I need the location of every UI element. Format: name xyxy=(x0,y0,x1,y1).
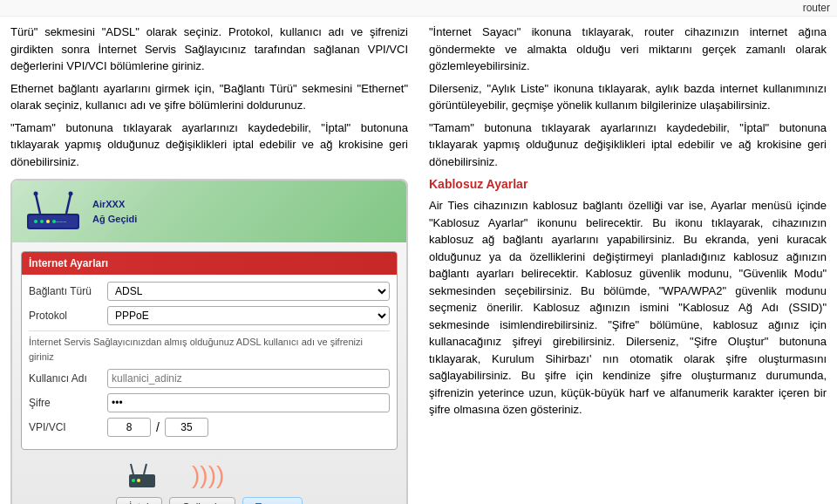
kablosuz-ayarlar-title: Kablosuz Ayarlar xyxy=(429,175,827,194)
svg-line-6 xyxy=(36,194,40,214)
left-column: Türü" sekmesini "ADSL" olarak seçiniz. P… xyxy=(0,17,418,504)
vpi-vci-row: VPI/VCI / xyxy=(29,418,390,437)
form-hint: İnternet Servis Sağlayıcınızdan almış ol… xyxy=(29,330,390,364)
left-para3: "Tamam" butonuna tıklayarak ayarlarınızı… xyxy=(10,119,408,171)
protokol-row: Protokol PPPoE PPPoA xyxy=(29,306,390,325)
right-para2: Dilerseniz, "Aylık Liste" ikonuna tıklay… xyxy=(429,80,827,114)
protokol-label: Protokol xyxy=(29,308,107,324)
kullanici-adi-row: Kullanıcı Adı xyxy=(29,369,390,388)
internet-ayarlari-box: İnternet Ayarları Bağlantı Türü ADSL Eth… xyxy=(21,251,398,450)
sifre-label: Şifre xyxy=(29,395,107,411)
kullanici-adi-input[interactable] xyxy=(107,369,390,388)
router-logo-text: AirXXX Ağ Geçidi xyxy=(92,197,137,226)
svg-point-14 xyxy=(137,479,140,482)
antenna-decoration-svg: )))) xyxy=(122,457,296,492)
router-body: İnternet Ayarları Bağlantı Türü ADSL Eth… xyxy=(12,242,406,504)
sifre-input[interactable] xyxy=(107,393,390,412)
left-para1: Türü" sekmesini "ADSL" olarak seçiniz. P… xyxy=(10,24,408,75)
right-para1: "İnternet Sayacı" ikonuna tıklayarak, ro… xyxy=(429,24,827,75)
router-logo-line1: AirXXX xyxy=(92,197,137,212)
router-image: ~~~ xyxy=(23,187,84,235)
top-bar: router xyxy=(0,0,837,17)
sifre-row: Şifre xyxy=(29,393,390,412)
form-area: Bağlantı Türü ADSL Ethernet Protokol PPP… xyxy=(22,275,397,449)
internet-ayarlari-title: İnternet Ayarları xyxy=(22,252,397,275)
svg-text:~~~: ~~~ xyxy=(56,219,66,225)
vci-input[interactable] xyxy=(165,418,208,437)
svg-point-2 xyxy=(34,220,37,223)
protokol-select[interactable]: PPPoE PPPoA xyxy=(107,306,390,325)
svg-point-3 xyxy=(40,220,44,223)
svg-point-4 xyxy=(46,220,50,223)
svg-line-7 xyxy=(66,194,71,214)
iptal-button[interactable]: İptal xyxy=(116,497,162,504)
vpi-input[interactable] xyxy=(107,418,151,437)
router-logo-line2: Ağ Geçidi xyxy=(92,212,137,227)
kullanici-adi-label: Kullanıcı Adı xyxy=(29,371,107,386)
vpi-slash: / xyxy=(156,419,160,437)
router-header: ~~~ AirXXX Ağ Geçidi xyxy=(12,180,406,242)
right-column: "İnternet Sayacı" ikonuna tıklayarak, ro… xyxy=(418,17,837,504)
svg-point-13 xyxy=(132,479,135,482)
svg-line-15 xyxy=(131,464,133,474)
svg-point-8 xyxy=(34,192,38,196)
vpi-vci-label: VPI/VCI xyxy=(29,419,107,435)
vpi-vci-inputs: / xyxy=(107,418,208,437)
tamam-button[interactable]: Tamam xyxy=(242,497,303,504)
svg-line-16 xyxy=(144,464,146,474)
gelismis-button[interactable]: Gelişmiş xyxy=(169,497,235,504)
baglanti-turu-select[interactable]: ADSL Ethernet xyxy=(107,282,390,301)
baglanti-turu-row: Bağlantı Türü ADSL Ethernet xyxy=(29,282,390,301)
right-para3: "Tamam" butonuna tıklayarak ayarlarınızı… xyxy=(429,119,827,171)
left-para2: Ethernet bağlantı ayarlarını girmek için… xyxy=(10,80,408,114)
router-box: ~~~ AirXXX Ağ Geçidi İnternet Ayarları B… xyxy=(10,179,408,504)
button-row: İptal Gelişmiş Tamam xyxy=(21,497,398,504)
router-antennas: )))) xyxy=(21,457,398,492)
svg-point-9 xyxy=(69,192,73,196)
right-para4: Air Ties cihazınızın kablosuz bağlantı ö… xyxy=(429,197,827,419)
router-label: router xyxy=(803,2,830,14)
baglanti-turu-label: Bağlantı Türü xyxy=(29,283,107,299)
svg-text:)))): )))) xyxy=(192,461,224,488)
